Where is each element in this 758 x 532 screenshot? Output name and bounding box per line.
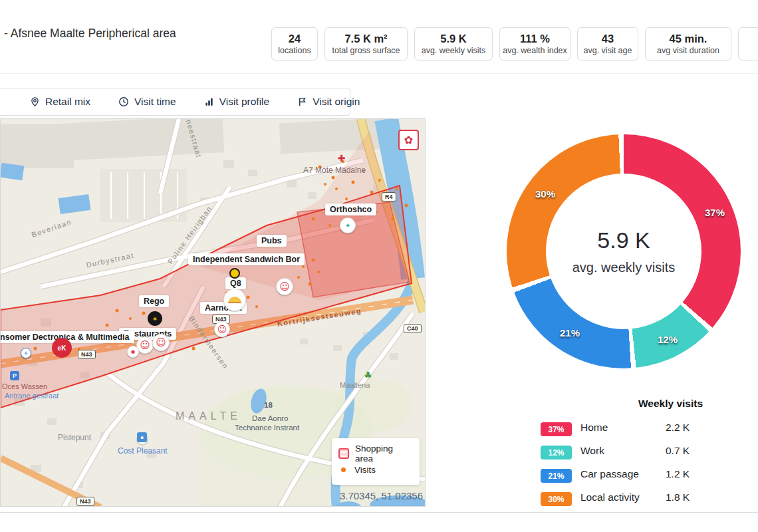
legend-shopping-area: Shopping area xyxy=(338,445,413,462)
tab-visit-profile[interactable]: Visit profile xyxy=(204,96,270,108)
road-shield-c40: C40 xyxy=(404,324,422,333)
tree-icon: ♣ xyxy=(363,370,373,380)
poi-chip-pubs[interactable]: Pubs xyxy=(257,235,287,247)
stat-value: 7.5 K m² xyxy=(344,32,387,46)
stat-value: 5.9 K xyxy=(440,32,466,46)
restaurant-marker-icon[interactable]: ● xyxy=(127,346,139,358)
stats-bar: 24locations 7.5 K m²total gross surface … xyxy=(271,27,758,61)
tab-label: Visit time xyxy=(134,96,176,108)
legend-value: 2.2 K xyxy=(666,422,690,434)
pct-badge: 12% xyxy=(541,446,572,460)
poi-chip-rego[interactable]: Rego xyxy=(139,295,169,307)
legend-label: Car passage xyxy=(580,468,639,480)
place-label-inst1: Dae Aonro xyxy=(252,414,288,422)
info-marker-icon[interactable]: ✳ xyxy=(21,348,31,358)
pct-badge: 21% xyxy=(541,469,572,483)
stat-gross-surface: 7.5 K m²total gross surface xyxy=(324,27,408,61)
legend-row-car-passage: 21% Car passage 1.2 K xyxy=(541,466,733,489)
stat-partial: avg xyxy=(738,27,758,61)
map[interactable]: Beverlaan Durbystraat Puline Heirigban B… xyxy=(0,118,426,507)
stat-label: avg visit duration xyxy=(657,46,719,56)
place-label-oces2: Antrane gestraat xyxy=(5,392,59,400)
legend-visits: Visits xyxy=(338,462,413,478)
place-label-hospital: A7 Mote Madalne xyxy=(303,166,366,175)
q8-marker-icon[interactable] xyxy=(229,268,240,279)
donut-center-value: 5.9 K xyxy=(597,227,650,253)
stat-weekly-visits: 5.9 Kavg. weekly visits xyxy=(414,27,493,61)
clock-icon xyxy=(118,96,129,107)
taco-icon xyxy=(228,297,241,303)
map-layers-button[interactable]: ✿ xyxy=(398,130,419,150)
view-tabs: Retail mix Visit time Visit profile Visi… xyxy=(0,88,350,116)
legend-label: Visits xyxy=(354,465,376,475)
place-label-inst-no: 18 xyxy=(264,401,273,409)
legend-value: 1.2 K xyxy=(666,468,690,480)
stat-value: 111 % xyxy=(520,32,550,46)
orthoshco-marker-icon[interactable]: ✦ xyxy=(340,217,356,233)
map-pin-icon xyxy=(30,96,40,107)
pub-marker-icon[interactable]: ✶ xyxy=(148,311,162,326)
road-shield-n43-sw: N43 xyxy=(76,497,94,506)
donut-label-work: 12% xyxy=(652,334,684,345)
place-label-oces: Oces Wassen xyxy=(2,382,47,390)
legend-label: Home xyxy=(580,422,608,434)
poi-chip-orthoshco[interactable]: Orthoshco xyxy=(325,203,376,215)
bar-chart-icon xyxy=(204,96,214,107)
tab-visit-time[interactable]: Visit time xyxy=(118,96,176,108)
legend-value: 1.8 K xyxy=(666,491,690,503)
place-label-maaltena: Maaltena xyxy=(340,381,370,389)
tab-retail-mix[interactable]: Retail mix xyxy=(30,96,90,108)
stat-label: locations xyxy=(278,46,311,56)
parking-icon[interactable]: P xyxy=(10,371,19,380)
stat-label: avg. visit age xyxy=(584,46,632,56)
stat-value: 24 xyxy=(289,32,301,46)
weekly-visits-title: Weekly visits xyxy=(638,398,703,410)
legend-label: Work xyxy=(580,445,604,457)
legend-row-work: 12% Work 0.7 K xyxy=(541,443,733,466)
poi-chip-q8[interactable]: Q8 xyxy=(225,277,246,289)
hospital-cross-icon[interactable]: ✚ xyxy=(336,153,346,163)
restaurant-marker-icon[interactable]: ☺ xyxy=(152,334,170,351)
weekly-visits-donut-chart: 5.9 K avg. weekly visits xyxy=(507,134,741,368)
tab-visit-origin[interactable]: Visit origin xyxy=(297,96,360,108)
stat-wealth-index: 111 %avg. wealth index xyxy=(499,27,570,61)
tab-label: Visit profile xyxy=(219,96,270,108)
tab-label: Retail mix xyxy=(45,96,90,108)
map-coordinates: 3.70345, 51.02356 xyxy=(303,490,423,501)
stat-locations: 24locations xyxy=(271,27,318,61)
stat-value: 45 min. xyxy=(670,32,707,46)
stat-visit-age: 43avg. visit age xyxy=(577,27,638,61)
bottom-divider xyxy=(0,512,758,513)
page-title: - Afsnee Maalte Peripherical area xyxy=(4,27,176,41)
legend-value: 0.7 K xyxy=(666,445,690,457)
stat-label: avg. wealth index xyxy=(503,46,567,56)
place-label-inst2: Technance Instrant xyxy=(235,424,299,432)
restaurant-marker-icon[interactable]: ☺ xyxy=(214,321,230,337)
pct-badge: 37% xyxy=(541,422,572,436)
stat-visit-duration: 45 min.avg visit duration xyxy=(645,27,731,61)
road-shield-n43-west: N43 xyxy=(78,350,96,359)
legend-row-home: 37% Home 2.2 K xyxy=(541,420,733,443)
place-label-cost-pleasant: Cost Pleasant xyxy=(118,446,168,456)
restaurant-marker-icon[interactable]: ☺ xyxy=(276,278,293,295)
donut-center: 5.9 K avg. weekly visits xyxy=(546,174,701,329)
donut-label-car-passage: 21% xyxy=(554,327,586,338)
legend-label: Local activity xyxy=(580,491,640,503)
donut-center-label: avg. weekly visits xyxy=(572,260,676,275)
road-shield-r4: R4 xyxy=(382,192,396,201)
visits-dot-icon xyxy=(341,467,346,472)
aarnoudt-marker-icon[interactable] xyxy=(223,289,246,311)
stat-value: 43 xyxy=(602,32,614,46)
weekly-visits-legend: 37% Home 2.2 K 12% Work 0.7 K 21% Car pa… xyxy=(541,420,733,513)
donut-label-local-activity: 30% xyxy=(529,188,561,200)
route-flag-icon xyxy=(297,96,307,107)
poi-chip-sandwich-bar[interactable]: Independent Sandwich Bor xyxy=(188,253,305,265)
map-legend: Shopping area Visits xyxy=(332,438,420,485)
place-label-maalte: MAALTE xyxy=(176,410,241,422)
brand-logo-icon[interactable]: eK xyxy=(52,338,72,358)
pct-badge: 30% xyxy=(541,492,572,506)
donut-label-home: 37% xyxy=(699,207,731,218)
stat-label: avg. weekly visits xyxy=(422,46,486,56)
transit-stop-icon[interactable]: ▪ xyxy=(137,432,147,442)
stat-label: total gross surface xyxy=(332,46,400,56)
